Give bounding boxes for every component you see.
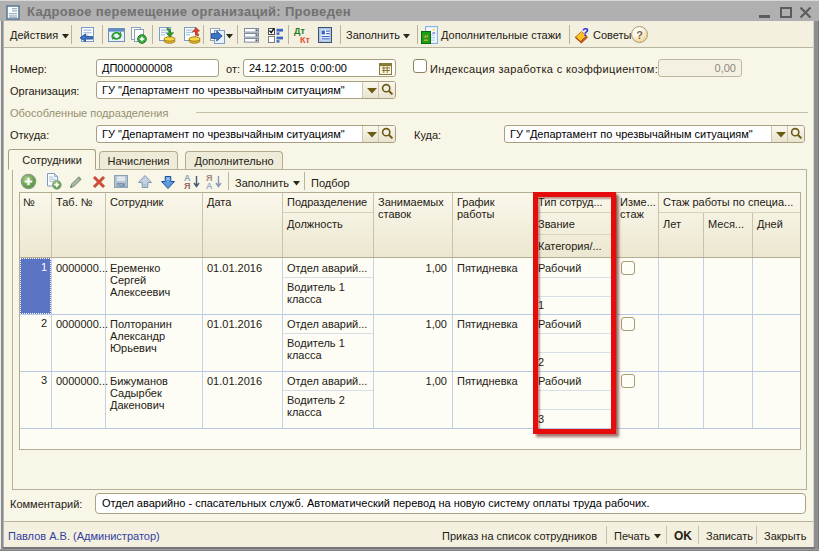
- svg-text:?: ?: [582, 27, 589, 38]
- svg-text:ГОК: ГОК: [117, 183, 126, 188]
